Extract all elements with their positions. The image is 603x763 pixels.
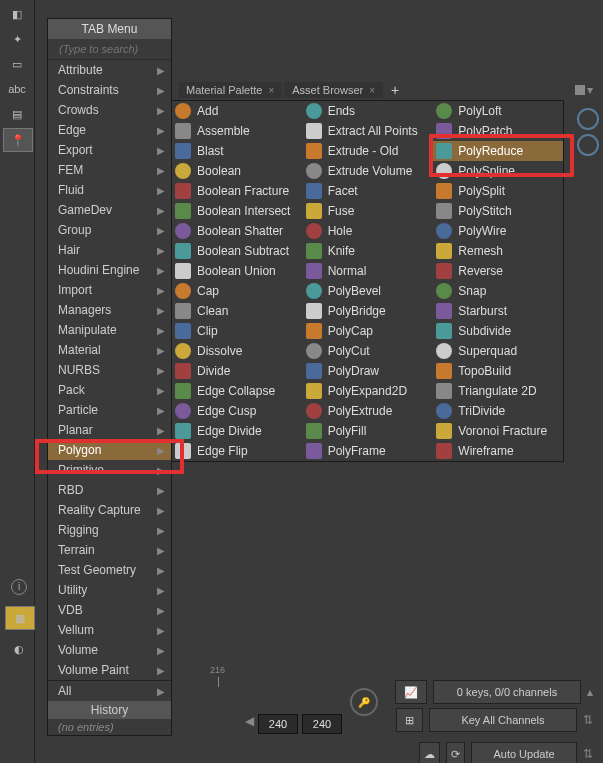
node-clean[interactable]: Clean [171,301,302,321]
category-hair[interactable]: Hair▶ [48,240,171,260]
node-snap[interactable]: Snap [432,281,563,301]
category-constraints[interactable]: Constraints▶ [48,80,171,100]
category-group[interactable]: Group▶ [48,220,171,240]
ring-icon[interactable] [577,108,599,130]
node-blast[interactable]: Blast [171,141,302,161]
node-reverse[interactable]: Reverse [432,261,563,281]
category-rigging[interactable]: Rigging▶ [48,520,171,540]
category-material[interactable]: Material▶ [48,340,171,360]
category-terrain[interactable]: Terrain▶ [48,540,171,560]
frame-start-input[interactable]: 240 [258,714,298,734]
auto-update-button[interactable]: Auto Update [471,742,577,763]
node-knife[interactable]: Knife [302,241,433,261]
node-add[interactable]: Add [171,101,302,121]
search-input[interactable] [57,42,200,56]
node-polysplit[interactable]: PolySplit [432,181,563,201]
refresh-icon[interactable]: ⟳ [446,742,465,763]
node-polyreduce[interactable]: PolyReduce [432,141,563,161]
node-assemble[interactable]: Assemble [171,121,302,141]
node-boolean-union[interactable]: Boolean Union [171,261,302,281]
category-polygon[interactable]: Polygon▶ [48,440,171,460]
node-boolean-intersect[interactable]: Boolean Intersect [171,201,302,221]
category-managers[interactable]: Managers▶ [48,300,171,320]
panel-menu-icon[interactable] [575,85,585,95]
category-attribute[interactable]: Attribute▶ [48,60,171,80]
node-extract-all-points[interactable]: Extract All Points [302,121,433,141]
category-planar[interactable]: Planar▶ [48,420,171,440]
node-fuse[interactable]: Fuse [302,201,433,221]
category-reality-capture[interactable]: Reality Capture▶ [48,500,171,520]
category-gamedev[interactable]: GameDev▶ [48,200,171,220]
chevron-down-icon[interactable]: ▾ [587,83,593,97]
category-pack[interactable]: Pack▶ [48,380,171,400]
node-polyspline[interactable]: PolySpline [432,161,563,181]
grid-icon[interactable]: ▦ [5,606,35,630]
node-polycap[interactable]: PolyCap [302,321,433,341]
category-manipulate[interactable]: Manipulate▶ [48,320,171,340]
category-particle[interactable]: Particle▶ [48,400,171,420]
category-fluid[interactable]: Fluid▶ [48,180,171,200]
tab-asset-browser[interactable]: Asset Browser × [284,82,383,98]
node-edge-cusp[interactable]: Edge Cusp [171,401,302,421]
node-normal[interactable]: Normal [302,261,433,281]
stepper-icon[interactable]: ⇅ [583,713,593,727]
node-triangulate-2d[interactable]: Triangulate 2D [432,381,563,401]
node-polyfill[interactable]: PolyFill [302,421,433,441]
close-icon[interactable]: × [268,85,274,96]
tab-menu-search[interactable] [48,39,171,60]
category-export[interactable]: Export▶ [48,140,171,160]
category-volume[interactable]: Volume▶ [48,640,171,660]
node-cap[interactable]: Cap [171,281,302,301]
node-edge-collapse[interactable]: Edge Collapse [171,381,302,401]
chevron-up-icon[interactable]: ▴ [587,685,593,699]
node-boolean-shatter[interactable]: Boolean Shatter [171,221,302,241]
tool-icon[interactable]: ✦ [3,28,31,50]
category-vellum[interactable]: Vellum▶ [48,620,171,640]
node-superquad[interactable]: Superquad [432,341,563,361]
node-boolean-subtract[interactable]: Boolean Subtract [171,241,302,261]
node-polybevel[interactable]: PolyBevel [302,281,433,301]
add-tab-icon[interactable]: + [385,82,405,98]
category-crowds[interactable]: Crowds▶ [48,100,171,120]
category-vdb[interactable]: VDB▶ [48,600,171,620]
ring-icon[interactable] [577,134,599,156]
category-houdini-engine[interactable]: Houdini Engine▶ [48,260,171,280]
node-divide[interactable]: Divide [171,361,302,381]
key-icon[interactable]: 🔑 [350,688,378,716]
close-icon[interactable]: × [369,85,375,96]
node-starburst[interactable]: Starburst [432,301,563,321]
node-edge-divide[interactable]: Edge Divide [171,421,302,441]
category-nurbs[interactable]: NURBS▶ [48,360,171,380]
chevron-left-icon[interactable]: ◀ [245,714,254,734]
node-polydraw[interactable]: PolyDraw [302,361,433,381]
category-primitive[interactable]: Primitive▶ [48,460,171,480]
key-all-button[interactable]: Key All Channels [429,708,577,732]
keys-status[interactable]: 0 keys, 0/0 channels [433,680,581,704]
info-icon[interactable]: i [5,576,33,598]
tool-abc[interactable]: abc [3,78,31,100]
node-hole[interactable]: Hole [302,221,433,241]
tool-pin-icon[interactable]: 📍 [3,128,33,152]
node-remesh[interactable]: Remesh [432,241,563,261]
stepper-icon[interactable]: ⇅ [583,747,593,761]
category-all[interactable]: All ▶ [48,681,171,701]
graph-icon[interactable]: 📈 [395,680,427,704]
category-utility[interactable]: Utility▶ [48,580,171,600]
tool-icon[interactable]: ▭ [3,53,31,75]
tool-icon[interactable]: ▤ [3,103,31,125]
node-polypatch[interactable]: PolyPatch [432,121,563,141]
tab-material-palette[interactable]: Material Palette × [178,82,282,98]
category-rbd[interactable]: RBD▶ [48,480,171,500]
category-test-geometry[interactable]: Test Geometry▶ [48,560,171,580]
node-wireframe[interactable]: Wireframe [432,441,563,461]
node-polyextrude[interactable]: PolyExtrude [302,401,433,421]
node-ends[interactable]: Ends [302,101,433,121]
node-polybridge[interactable]: PolyBridge [302,301,433,321]
category-import[interactable]: Import▶ [48,280,171,300]
node-boolean-fracture[interactable]: Boolean Fracture [171,181,302,201]
category-fem[interactable]: FEM▶ [48,160,171,180]
node-facet[interactable]: Facet [302,181,433,201]
node-boolean[interactable]: Boolean [171,161,302,181]
scope-icon[interactable]: ⊞ [396,708,423,732]
cloud-icon[interactable]: ☁ [419,742,440,763]
